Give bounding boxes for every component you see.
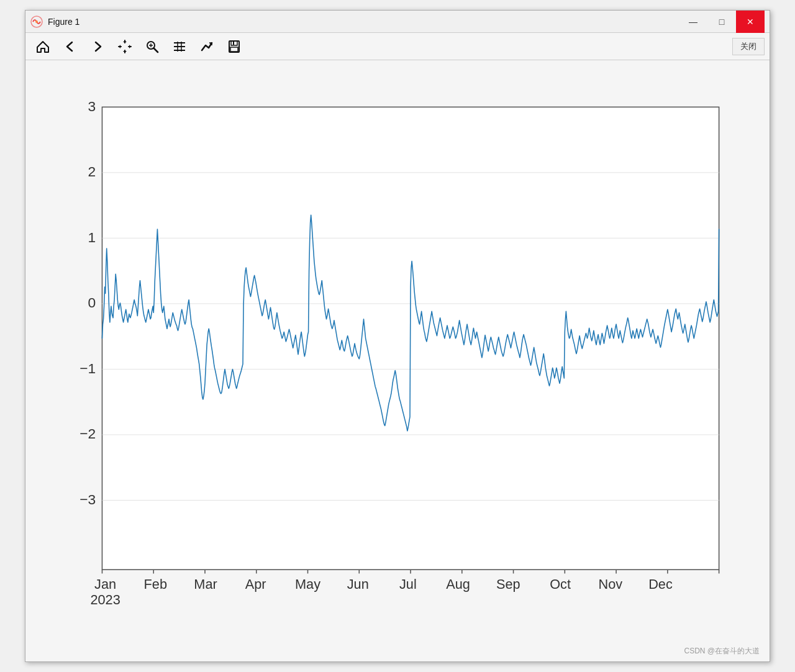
svg-rect-14 — [230, 47, 238, 52]
svg-line-3 — [154, 48, 158, 52]
svg-rect-7 — [174, 46, 185, 47]
svg-rect-8 — [174, 50, 185, 51]
svg-text:Aug: Aug — [446, 576, 470, 592]
guanbi-button[interactable]: 关闭 — [732, 38, 765, 55]
svg-text:Dec: Dec — [648, 576, 673, 592]
home-icon — [36, 40, 50, 53]
close-button[interactable]: ✕ — [736, 11, 765, 33]
forward-button[interactable] — [85, 35, 110, 58]
line-chart: 3 2 1 0 −1 −2 −3 — [38, 73, 745, 649]
svg-text:2: 2 — [88, 163, 96, 179]
chart-area: 3 2 1 0 −1 −2 −3 — [25, 60, 770, 661]
minimize-button[interactable]: — — [679, 11, 707, 33]
svg-text:May: May — [295, 576, 320, 592]
watermark: CSDN @在奋斗的大道 — [684, 646, 760, 656]
svg-text:3: 3 — [88, 98, 96, 114]
save-view-icon — [200, 40, 214, 53]
svg-text:Jul: Jul — [399, 576, 417, 592]
window-title: Figure 1 — [48, 17, 80, 27]
svg-text:Mar: Mar — [194, 576, 217, 592]
app-icon — [30, 16, 43, 28]
subplots-icon — [173, 40, 186, 53]
toolbar: 关闭 — [25, 33, 770, 60]
toolbar-right: 关闭 — [732, 38, 765, 55]
zoom-icon — [145, 40, 159, 53]
svg-text:Oct: Oct — [550, 576, 571, 592]
svg-text:Jun: Jun — [347, 576, 369, 592]
back-button[interactable] — [58, 35, 83, 58]
svg-text:Nov: Nov — [598, 576, 622, 592]
titlebar-left: Figure 1 — [30, 16, 80, 28]
svg-point-1 — [35, 20, 38, 23]
forward-icon — [91, 40, 104, 53]
svg-text:−1: −1 — [80, 360, 96, 376]
pan-icon — [117, 39, 132, 54]
svg-text:1: 1 — [88, 229, 96, 245]
back-icon — [63, 40, 77, 53]
svg-text:0: 0 — [88, 294, 96, 311]
svg-text:−3: −3 — [80, 491, 96, 507]
chart-container: 3 2 1 0 −1 −2 −3 — [38, 73, 745, 649]
svg-text:Apr: Apr — [245, 576, 266, 592]
svg-rect-9 — [174, 42, 176, 43]
titlebar: Figure 1 — □ ✕ — [25, 11, 770, 33]
svg-text:Feb: Feb — [144, 576, 167, 592]
main-window: Figure 1 — □ ✕ — [25, 10, 770, 662]
save-view-button[interactable] — [194, 35, 219, 58]
window-controls: — □ ✕ — [679, 11, 765, 33]
svg-rect-15 — [233, 42, 234, 45]
maximize-button[interactable]: □ — [707, 11, 736, 33]
svg-text:Jan: Jan — [94, 576, 116, 592]
pan-button[interactable] — [112, 35, 137, 58]
svg-text:−2: −2 — [80, 425, 96, 442]
svg-text:Sep: Sep — [496, 576, 520, 592]
svg-text:2023: 2023 — [90, 592, 120, 607]
zoom-button[interactable] — [140, 35, 165, 58]
save-icon — [227, 40, 241, 53]
home-button[interactable] — [30, 35, 55, 58]
save-button[interactable] — [222, 35, 247, 58]
subplots-button[interactable] — [167, 35, 192, 58]
